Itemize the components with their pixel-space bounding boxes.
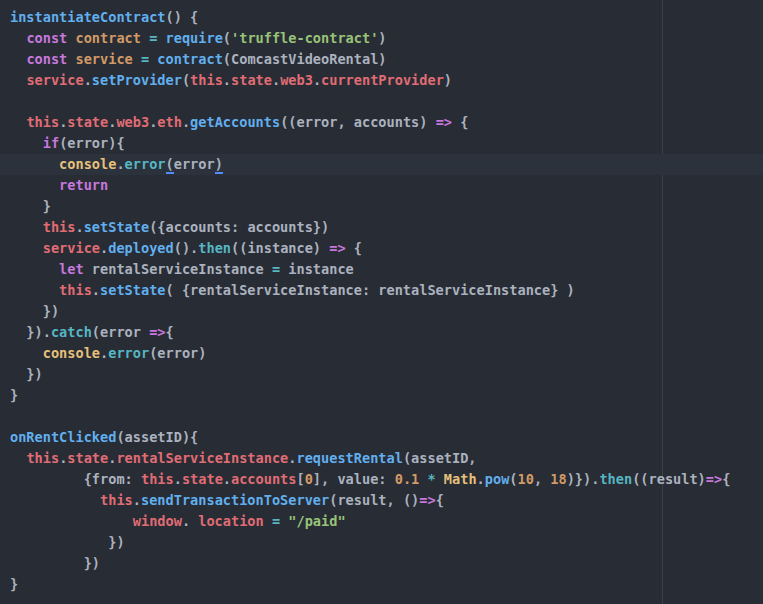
- code-line[interactable]: service.setProvider(this.state.web3.curr…: [10, 70, 763, 91]
- code-line-active[interactable]: console.error(error): [0, 154, 763, 175]
- code-token: location: [198, 513, 263, 529]
- matched-bracket: (: [166, 156, 174, 174]
- code-token: currentProvider: [321, 72, 444, 88]
- code-token: [10, 135, 43, 151]
- code-line[interactable]: instantiateContract() {: [10, 7, 763, 28]
- code-token: [436, 471, 444, 487]
- code-line[interactable]: console.error(error): [10, 343, 763, 364]
- code-line[interactable]: this.state.rentalServiceInstance.request…: [10, 448, 763, 469]
- code-token: [10, 345, 43, 361]
- code-token: (ComcastVideoRental): [223, 51, 387, 67]
- code-editor[interactable]: instantiateContract() { const contract =…: [0, 0, 763, 604]
- code-token: catch: [51, 324, 92, 340]
- code-token: .: [92, 282, 100, 298]
- code-token: rentalServiceInstance: [84, 261, 272, 277]
- code-token: web3: [116, 114, 149, 130]
- code-line[interactable]: }): [10, 553, 763, 574]
- code-token: [10, 261, 59, 277]
- code-token: [10, 114, 26, 130]
- code-token: .: [477, 471, 485, 487]
- code-token: eth: [157, 114, 182, 130]
- code-token: instance: [280, 261, 354, 277]
- code-line[interactable]: if(error){: [10, 133, 763, 154]
- code-line[interactable]: }: [10, 385, 763, 406]
- code-line[interactable]: }): [10, 364, 763, 385]
- code-line[interactable]: this.setState({accounts: accounts}): [10, 217, 763, 238]
- code-token: {: [452, 114, 468, 130]
- code-token: state: [67, 450, 108, 466]
- code-token: =>: [329, 240, 345, 256]
- code-line[interactable]: }).catch(error =>{: [10, 322, 763, 343]
- code-line[interactable]: this.state.web3.eth.getAccounts((error, …: [10, 112, 763, 133]
- code-token: const: [26, 30, 67, 46]
- code-token: this: [190, 72, 223, 88]
- code-line[interactable]: }: [10, 574, 763, 595]
- code-line[interactable]: }): [10, 532, 763, 553]
- code-token: }): [10, 366, 43, 382]
- code-token: .: [174, 471, 182, 487]
- code-token: window: [133, 513, 182, 529]
- code-token: .: [116, 156, 124, 172]
- code-token: }: [10, 387, 18, 403]
- code-token: ((result): [632, 471, 706, 487]
- code-token: [133, 51, 141, 67]
- code-token: 0: [305, 471, 313, 487]
- code-token: [10, 282, 59, 298]
- code-token: getAccounts: [190, 114, 280, 130]
- code-line[interactable]: this.setState( {rentalServiceInstance: r…: [10, 280, 763, 301]
- code-token: [: [296, 471, 304, 487]
- code-token: }).: [10, 324, 51, 340]
- code-area: instantiateContract() { const contract =…: [10, 7, 763, 595]
- code-token: deployed: [108, 240, 173, 256]
- code-token: }): [10, 534, 125, 550]
- code-token: [141, 30, 149, 46]
- code-token: (: [223, 30, 231, 46]
- code-token: Math: [444, 471, 477, 487]
- code-token: 0.1: [395, 471, 420, 487]
- code-token: [264, 513, 272, 529]
- code-token: return: [59, 177, 108, 193]
- code-token: =>: [706, 471, 722, 487]
- code-token: (error: [92, 324, 149, 340]
- code-token: error: [108, 345, 149, 361]
- code-line[interactable]: }: [10, 196, 763, 217]
- code-token: *: [427, 471, 435, 487]
- code-line[interactable]: service.deployed().then((instance) => {: [10, 238, 763, 259]
- code-token: setState: [84, 219, 149, 235]
- code-line[interactable]: window. location = "/paid": [10, 511, 763, 532]
- code-token: }): [10, 303, 59, 319]
- code-line[interactable]: {from: this.state.accounts[0], value: 0.…: [10, 469, 763, 490]
- code-token: [10, 450, 26, 466]
- code-token: contract: [157, 51, 222, 67]
- code-token: =>: [149, 324, 165, 340]
- code-line[interactable]: [10, 406, 763, 427]
- code-line[interactable]: [10, 91, 763, 112]
- code-token: .: [223, 471, 231, 487]
- code-line[interactable]: return: [10, 175, 763, 196]
- code-token: ( {rentalServiceInstance: rentalServiceI…: [166, 282, 575, 298]
- code-token: .: [313, 72, 321, 88]
- code-token: console: [59, 156, 116, 172]
- code-line[interactable]: }): [10, 301, 763, 322]
- code-token: onRentClicked: [10, 429, 116, 445]
- code-token: {: [166, 324, 174, 340]
- code-token: .: [272, 72, 280, 88]
- code-line[interactable]: const service = contract(ComcastVideoRen…: [10, 49, 763, 70]
- code-line[interactable]: this.sendTransactionToServer(result, ()=…: [10, 490, 763, 511]
- code-token: (assetID,: [403, 450, 477, 466]
- code-token: [10, 219, 43, 235]
- code-token: {: [722, 471, 730, 487]
- code-token: service: [26, 72, 83, 88]
- code-line[interactable]: let rentalServiceInstance = instance: [10, 259, 763, 280]
- code-token: setState: [100, 282, 165, 298]
- code-token: ((instance): [231, 240, 329, 256]
- code-token: state: [182, 471, 223, 487]
- code-token: let: [59, 261, 84, 277]
- code-line[interactable]: const contract = require('truffle-contra…: [10, 28, 763, 49]
- code-token: [10, 30, 26, 46]
- code-token: =>: [419, 492, 435, 508]
- code-line[interactable]: onRentClicked(assetID){: [10, 427, 763, 448]
- code-token: this: [141, 471, 174, 487]
- code-token: [10, 513, 133, 529]
- code-token: {: [346, 240, 362, 256]
